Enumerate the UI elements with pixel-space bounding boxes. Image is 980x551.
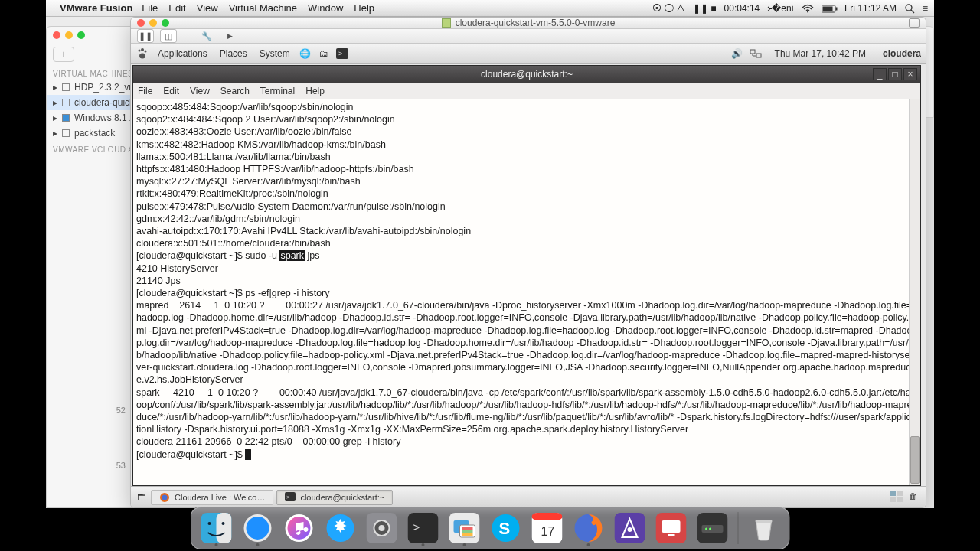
- term-menu-search[interactable]: Search: [220, 86, 250, 96]
- menu-window[interactable]: Window: [308, 2, 343, 14]
- mac-menubar: VMware Fusion File Edit View Virtual Mac…: [46, 0, 934, 17]
- show-desktop-icon[interactable]: 🗔: [134, 491, 148, 504]
- mac-dock: >_ S 17: [191, 507, 790, 549]
- close-button[interactable]: [53, 31, 60, 39]
- dock-skype-icon[interactable]: S: [488, 510, 524, 546]
- file-manager-launcher-icon[interactable]: 🗂: [317, 47, 331, 60]
- taskbar-item-terminal[interactable]: >_ cloudera@quickstart:~: [276, 490, 393, 505]
- vm-minimize-button[interactable]: [149, 19, 157, 27]
- terminal-body[interactable]: sqoop:x:485:484:Sqoop:/var/lib/sqoop:/sb…: [133, 99, 920, 485]
- prompt: [cloudera@quickstart ~]$: [136, 449, 245, 460]
- dock-firefox-icon[interactable]: [571, 510, 606, 546]
- battery-icon[interactable]: [822, 3, 838, 14]
- bluetooth-icon[interactable]: ᚛�ení: [767, 3, 794, 14]
- dock-itunes-icon[interactable]: [282, 510, 317, 546]
- run-icon[interactable]: ▶: [221, 29, 238, 43]
- svg-rect-55: [668, 534, 675, 536]
- wifi-icon[interactable]: [802, 3, 814, 14]
- svg-point-15: [162, 494, 168, 500]
- vm-zoom-button[interactable]: [162, 19, 169, 27]
- svg-point-35: [379, 525, 385, 531]
- pause-indicator-icon[interactable]: ❚❚ ■: [693, 3, 717, 14]
- workspace-switcher-icon[interactable]: [890, 491, 903, 504]
- terminal-minimize-button[interactable]: _: [873, 68, 887, 80]
- menu-help[interactable]: Help: [354, 2, 374, 14]
- dock-remotedesktop-icon[interactable]: [654, 510, 689, 546]
- recording-timer: 00:04:14: [724, 3, 760, 14]
- svg-point-58: [705, 528, 707, 530]
- vmware-titlebar[interactable]: cloudera-quickstart-vm-5.5.0-0-vmware: [131, 18, 926, 29]
- dock-terminal-icon[interactable]: >_: [406, 510, 441, 546]
- minimize-button[interactable]: [65, 31, 73, 39]
- dock-router-icon[interactable]: [695, 510, 730, 546]
- svg-point-24: [208, 522, 211, 525]
- mac-clock[interactable]: Fri 11:12 AM: [844, 3, 897, 14]
- menu-view[interactable]: View: [197, 2, 218, 14]
- term-menu-edit[interactable]: Edit: [163, 86, 179, 96]
- dock-finder-icon[interactable]: [199, 510, 234, 546]
- svg-rect-20: [890, 497, 896, 502]
- dock-trash-icon[interactable]: [746, 510, 782, 546]
- svg-rect-2: [822, 6, 832, 11]
- terminal-window: cloudera@quickstart:~ _ □ × File Edit Vi…: [132, 65, 921, 486]
- menu-edit[interactable]: Edit: [168, 2, 185, 14]
- vm-close-button[interactable]: [137, 19, 145, 27]
- dock-appstore-icon[interactable]: [323, 510, 358, 546]
- guest-clock[interactable]: Thu Mar 17, 10:42 PM: [775, 48, 866, 59]
- dock-imovie-icon[interactable]: [612, 510, 648, 546]
- guest-trash-icon[interactable]: 🗑: [909, 491, 921, 504]
- browser-launcher-icon[interactable]: 🌐: [299, 47, 312, 60]
- applications-menu[interactable]: Applications: [154, 48, 211, 59]
- svg-rect-21: [897, 497, 903, 502]
- terminal-maximize-button[interactable]: □: [888, 68, 902, 80]
- recording-indicator-icon[interactable]: ⦿ ◯ △: [652, 3, 685, 14]
- menu-virtual-machine[interactable]: Virtual Machine: [229, 2, 297, 14]
- svg-rect-3: [835, 7, 837, 10]
- dock-calendar-icon[interactable]: 17: [530, 510, 565, 546]
- window-mode-icon[interactable]: [909, 18, 920, 28]
- terminal-close-button[interactable]: ×: [903, 68, 917, 80]
- term-menu-file[interactable]: File: [138, 86, 152, 96]
- highlighted-word: spark: [279, 250, 305, 261]
- add-vm-button[interactable]: +: [53, 47, 74, 62]
- menu-file[interactable]: File: [142, 2, 158, 14]
- ps-output: mapred 2614 1 0 10:20 ? 00:00:27 /usr/ja…: [136, 300, 916, 447]
- volume-icon[interactable]: 🔊: [730, 47, 744, 60]
- dock-settings-icon[interactable]: [364, 510, 400, 546]
- settings-icon[interactable]: 🔧: [198, 29, 215, 43]
- places-menu[interactable]: Places: [216, 48, 251, 59]
- svg-point-6: [139, 49, 141, 51]
- svg-point-7: [141, 48, 144, 51]
- dock-vmware-icon[interactable]: [447, 510, 482, 546]
- pause-vm-button[interactable]: ❚❚: [137, 29, 154, 43]
- notification-center-icon[interactable]: ≡: [923, 3, 928, 14]
- terminal-titlebar[interactable]: cloudera@quickstart:~ _ □ ×: [133, 66, 920, 83]
- dock-safari-icon[interactable]: [240, 510, 276, 546]
- terminal-launcher-icon[interactable]: >_: [335, 47, 349, 60]
- svg-text:17: 17: [541, 525, 555, 538]
- zoom-button[interactable]: [77, 31, 85, 39]
- svg-point-27: [247, 517, 270, 540]
- cursor: [245, 449, 251, 460]
- term-menu-terminal[interactable]: Terminal: [260, 86, 295, 96]
- gnome-bottom-panel: 🗔 Cloudera Live : Welco… >_ cloudera@qui…: [131, 486, 926, 507]
- gnome-foot-icon[interactable]: [136, 47, 149, 60]
- firefox-icon: [159, 492, 170, 503]
- svg-rect-23: [217, 513, 232, 543]
- network-icon[interactable]: [749, 47, 763, 60]
- app-name[interactable]: VMware Fusion: [60, 2, 132, 14]
- scrollbar-thumb[interactable]: [910, 436, 920, 484]
- prompt: [cloudera@quickstart ~]$: [136, 250, 245, 261]
- snapshot-button[interactable]: ◫: [160, 29, 177, 43]
- spotlight-icon[interactable]: [904, 2, 915, 14]
- svg-rect-12: [750, 50, 755, 54]
- terminal-scrollbar[interactable]: [909, 99, 920, 485]
- system-menu[interactable]: System: [256, 48, 294, 59]
- svg-rect-54: [662, 520, 681, 533]
- svg-point-52: [628, 527, 632, 532]
- term-menu-help[interactable]: Help: [305, 86, 325, 96]
- taskbar-item-firefox[interactable]: Cloudera Live : Welco…: [151, 490, 273, 505]
- guest-os: Applications Places System 🌐 🗂 >_ 🔊 Thu …: [131, 44, 926, 507]
- term-menu-view[interactable]: View: [190, 86, 210, 96]
- guest-user[interactable]: cloudera: [883, 48, 921, 59]
